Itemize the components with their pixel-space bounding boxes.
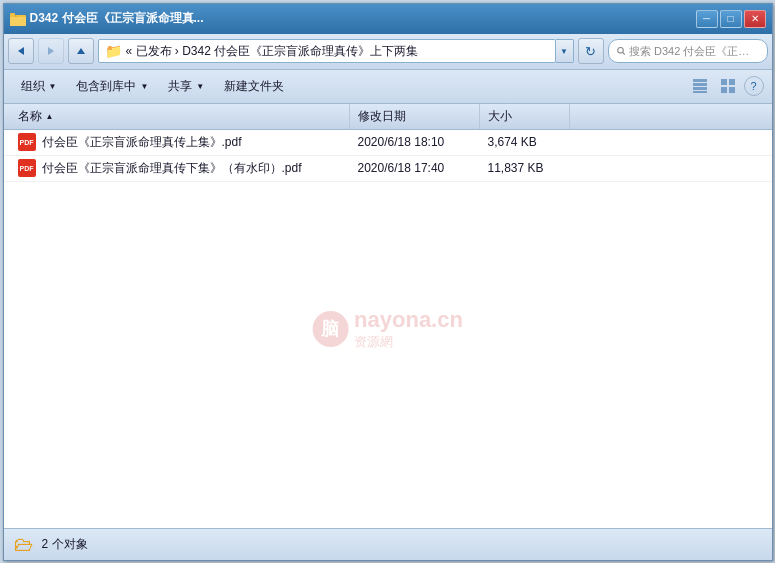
view-details-button[interactable] xyxy=(688,74,712,98)
share-button[interactable]: 共享 ▼ xyxy=(159,73,213,99)
toolbar-right: ? xyxy=(688,74,764,98)
svg-rect-15 xyxy=(721,87,727,93)
file-size-cell: 11,837 KB xyxy=(480,156,570,181)
status-count: 2 个对象 xyxy=(42,536,88,553)
file-date: 2020/6/18 17:40 xyxy=(358,161,445,175)
col-header-modified[interactable]: 修改日期 xyxy=(350,104,480,129)
path-combo[interactable]: 📁 « 已发布 › D342 付会臣《正宗盲派命理真传》上下两集 xyxy=(98,39,556,63)
close-button[interactable]: ✕ xyxy=(744,10,766,28)
window-icon xyxy=(10,11,26,27)
file-name-cell: PDF 付会臣《正宗盲派命理真传下集》（有水印）.pdf xyxy=(10,156,350,181)
explorer-window: D342 付会臣《正宗盲派命理真... ─ □ ✕ 📁 « 已发布 › D342… xyxy=(3,3,773,561)
svg-rect-3 xyxy=(10,13,15,17)
watermark-text-group: nayona.cn 资源網 xyxy=(354,307,463,351)
file-name: 付会臣《正宗盲派命理真传上集》.pdf xyxy=(42,134,242,151)
file-size-cell: 3,674 KB xyxy=(480,130,570,155)
details-view-icon xyxy=(693,79,707,93)
file-date: 2020/6/18 18:10 xyxy=(358,135,445,149)
file-list: 脑 nayona.cn 资源網 PDF 付会臣《正宗盲派命理真传上集》.pdf … xyxy=(4,130,772,528)
tile-view-icon xyxy=(721,79,735,93)
file-size: 11,837 KB xyxy=(488,161,544,175)
pdf-icon: PDF xyxy=(18,133,36,151)
watermark-logo: 脑 xyxy=(312,311,348,347)
pdf-icon: PDF xyxy=(18,159,36,177)
maximize-button[interactable]: □ xyxy=(720,10,742,28)
organize-button[interactable]: 组织 ▼ xyxy=(12,73,66,99)
toolbar: 组织 ▼ 包含到库中 ▼ 共享 ▼ 新建文件夹 xyxy=(4,70,772,104)
svg-line-8 xyxy=(622,52,624,54)
svg-rect-13 xyxy=(721,79,727,85)
svg-rect-14 xyxy=(729,79,735,85)
svg-rect-2 xyxy=(10,17,26,26)
svg-rect-10 xyxy=(693,83,707,86)
svg-rect-9 xyxy=(693,79,707,82)
file-date-cell: 2020/6/18 18:10 xyxy=(350,130,480,155)
svg-marker-5 xyxy=(48,47,54,55)
file-name-cell: PDF 付会臣《正宗盲派命理真传上集》.pdf xyxy=(10,130,350,155)
svg-marker-4 xyxy=(18,47,24,55)
title-buttons: ─ □ ✕ xyxy=(696,10,766,28)
col-header-name[interactable]: 名称 ▲ xyxy=(10,104,350,129)
svg-point-7 xyxy=(617,47,623,53)
refresh-button[interactable]: ↻ xyxy=(578,38,604,64)
help-button[interactable]: ? xyxy=(744,76,764,96)
svg-rect-11 xyxy=(693,87,707,90)
column-header: 名称 ▲ 修改日期 大小 xyxy=(4,104,772,130)
title-bar-left: D342 付会臣《正宗盲派命理真... xyxy=(10,10,204,27)
search-placeholder: 搜索 D342 付会臣《正宗盲派命理真... xyxy=(629,44,759,59)
watermark: 脑 nayona.cn 资源網 xyxy=(312,307,463,351)
path-bar: 📁 « 已发布 › D342 付会臣《正宗盲派命理真传》上下两集 ▼ xyxy=(98,39,574,63)
minimize-button[interactable]: ─ xyxy=(696,10,718,28)
status-folder-icon: 🗁 xyxy=(14,533,34,556)
svg-rect-16 xyxy=(729,87,735,93)
back-button[interactable] xyxy=(8,38,34,64)
col-header-size[interactable]: 大小 xyxy=(480,104,570,129)
table-row[interactable]: PDF 付会臣《正宗盲派命理真传上集》.pdf 2020/6/18 18:10 … xyxy=(4,130,772,156)
search-icon xyxy=(617,45,625,57)
file-name: 付会臣《正宗盲派命理真传下集》（有水印）.pdf xyxy=(42,160,302,177)
table-row[interactable]: PDF 付会臣《正宗盲派命理真传下集》（有水印）.pdf 2020/6/18 1… xyxy=(4,156,772,182)
view-tile-button[interactable] xyxy=(716,74,740,98)
file-size: 3,674 KB xyxy=(488,135,537,149)
svg-marker-6 xyxy=(77,48,85,54)
up-button[interactable] xyxy=(68,38,94,64)
forward-button[interactable] xyxy=(38,38,64,64)
search-box[interactable]: 搜索 D342 付会臣《正宗盲派命理真... xyxy=(608,39,768,63)
path-text: « 已发布 › D342 付会臣《正宗盲派命理真传》上下两集 xyxy=(126,43,419,60)
address-bar: 📁 « 已发布 › D342 付会臣《正宗盲派命理真传》上下两集 ▼ ↻ 搜索 … xyxy=(4,34,772,70)
sort-arrow-name: ▲ xyxy=(46,112,54,121)
include-library-button[interactable]: 包含到库中 ▼ xyxy=(67,73,157,99)
new-folder-button[interactable]: 新建文件夹 xyxy=(215,73,293,99)
status-bar: 🗁 2 个对象 xyxy=(4,528,772,560)
window-title: D342 付会臣《正宗盲派命理真... xyxy=(30,10,204,27)
file-date-cell: 2020/6/18 17:40 xyxy=(350,156,480,181)
path-dropdown[interactable]: ▼ xyxy=(556,39,574,63)
title-bar: D342 付会臣《正宗盲派命理真... ─ □ ✕ xyxy=(4,4,772,34)
svg-rect-12 xyxy=(693,91,707,93)
folder-icon: 📁 xyxy=(105,43,122,59)
